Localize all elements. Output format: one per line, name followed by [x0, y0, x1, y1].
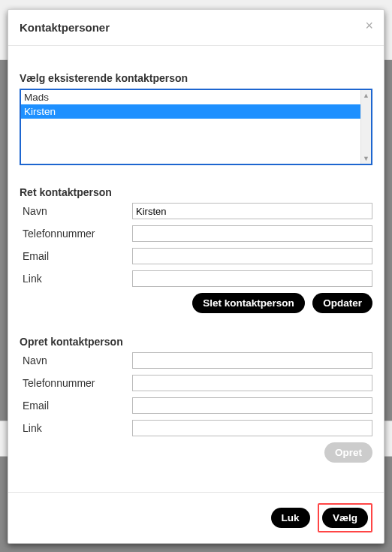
list-item[interactable]: Mads [21, 90, 360, 104]
modal-body: Vælg eksisterende kontaktperson Mads Kir… [8, 46, 384, 492]
edit-phone-label: Telefonnummer [20, 228, 132, 240]
create-contact-label: Opret kontaktperson [20, 336, 372, 348]
create-contact-button[interactable]: Opret [324, 442, 372, 463]
contact-listbox[interactable]: Mads Kirsten ▲ ▼ [20, 89, 372, 165]
create-email-label: Email [20, 400, 132, 412]
scroll-down-icon[interactable]: ▼ [361, 153, 371, 164]
listbox-scrollbar[interactable]: ▲ ▼ [360, 90, 371, 164]
create-name-input[interactable] [132, 352, 372, 369]
edit-email-input[interactable] [132, 248, 372, 264]
select-button[interactable]: Vælg [322, 508, 368, 528]
select-existing-label: Vælg eksisterende kontaktperson [20, 72, 372, 84]
select-button-highlight: Vælg [318, 503, 372, 532]
edit-link-label: Link [20, 273, 132, 285]
create-phone-input[interactable] [132, 375, 372, 391]
create-email-input[interactable] [132, 397, 372, 414]
create-link-input[interactable] [132, 420, 372, 436]
close-icon[interactable]: × [365, 19, 373, 32]
close-button[interactable]: Luk [271, 508, 310, 528]
create-link-label: Link [20, 422, 132, 434]
create-phone-label: Telefonnummer [20, 377, 132, 389]
edit-phone-input[interactable] [132, 225, 372, 242]
update-contact-button[interactable]: Opdater [312, 293, 372, 313]
scroll-up-icon[interactable]: ▲ [361, 90, 371, 101]
create-name-label: Navn [20, 354, 132, 366]
modal-footer: Luk Vælg [8, 492, 384, 543]
edit-name-label: Navn [20, 205, 132, 217]
edit-name-input[interactable] [132, 203, 372, 219]
list-item[interactable]: Kirsten [21, 104, 360, 119]
delete-contact-button[interactable]: Slet kontaktperson [192, 293, 305, 313]
edit-link-input[interactable] [132, 270, 372, 287]
contacts-modal: Kontaktpersoner × Vælg eksisterende kont… [8, 9, 384, 544]
edit-email-label: Email [20, 250, 132, 262]
modal-header: Kontaktpersoner × [8, 10, 384, 46]
edit-contact-label: Ret kontaktperson [20, 186, 372, 198]
modal-title: Kontaktpersoner [20, 21, 372, 34]
